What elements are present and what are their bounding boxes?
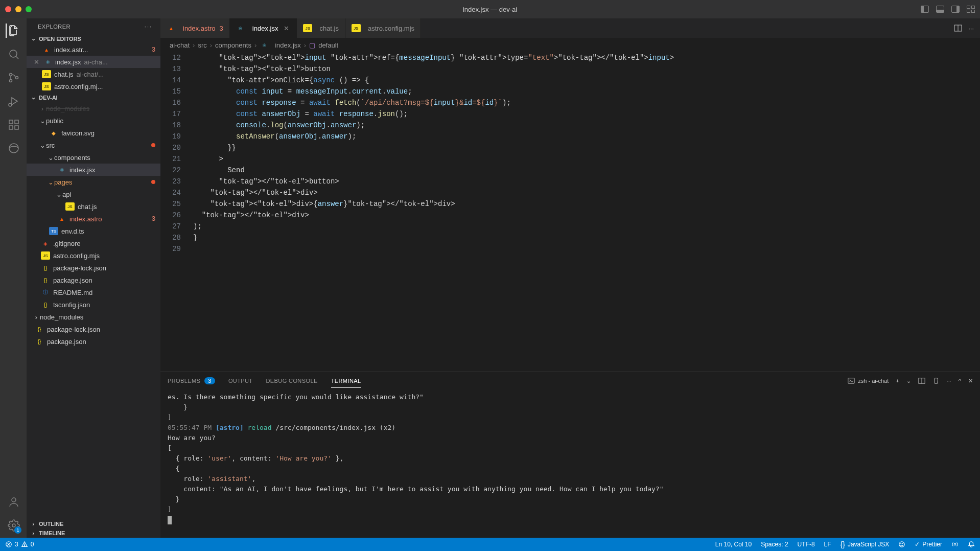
activity-bar: 1 [0,18,27,538]
open-editor-item[interactable]: ✕ ⚛ index.jsx ai-cha... [27,56,160,68]
tree-folder[interactable]: ⌄ pages [27,176,160,188]
json-icon: {} [41,264,50,272]
tree-file[interactable]: ⚛ index.jsx [27,164,160,176]
tree-file[interactable]: JS astro.config.mjs [27,249,160,262]
tree-file[interactable]: ◈ .gitignore [27,237,160,249]
tree-folder[interactable]: › node_modules [27,311,160,323]
tab-index-jsx[interactable]: ⚛ index.jsx ✕ [230,18,297,38]
search-icon[interactable] [6,47,20,61]
breadcrumbs[interactable]: ai-chat› src› components› ⚛ index.jsx› ▢… [160,38,980,52]
react-icon: ⚛ [236,24,245,32]
tree-file[interactable]: {} package.json [27,335,160,348]
timeline-header[interactable]: › TIMELINE [27,529,160,538]
code-editor[interactable]: 121314151617181920212223242526272829 "to… [160,52,980,371]
minimize-window[interactable] [15,6,21,12]
debug-console-tab[interactable]: DEBUG CONSOLE [266,378,318,384]
tree-file[interactable]: {} package.json [27,274,160,286]
settings-gear-icon[interactable]: 1 [6,518,20,533]
kill-terminal-icon[interactable] [932,377,940,384]
js-icon: JS [352,24,361,32]
status-lang[interactable]: {} JavaScript JSX [841,540,890,548]
new-terminal-icon[interactable]: + [896,378,899,384]
tree-folder[interactable]: ⌄ src [27,139,160,151]
output-tab[interactable]: OUTPUT [228,378,253,384]
explorer-icon[interactable] [6,24,20,38]
edge-tools-icon[interactable] [6,141,20,155]
editor-tabs: ▲ index.astro 3 ⚛ index.jsx ✕ JS chat.js… [160,18,980,38]
status-errors[interactable]: 3 0 [5,541,34,548]
svg-point-0 [10,50,17,57]
tree-file[interactable]: {} package-lock.json [27,323,160,335]
svg-point-23 [24,545,25,546]
chevron-down-icon: ⌄ [47,154,54,162]
tree-folder[interactable]: ⌄ public [27,114,160,127]
ts-icon: TS [49,227,58,235]
terminal-name[interactable]: zsh - ai-chat [848,377,889,384]
js-icon: JS [42,82,51,90]
tree-folder[interactable]: ⌄ components [27,151,160,164]
panel-tabs: PROBLEMS 3 OUTPUT DEBUG CONSOLE TERMINAL… [160,372,980,390]
editor-area: ▲ index.astro 3 ⚛ index.jsx ✕ JS chat.js… [160,18,980,538]
tree-file[interactable]: ▲ index.astro 3 [27,213,160,225]
close-window[interactable] [5,6,11,12]
project-header[interactable]: ⌄ DEV-AI [27,93,160,102]
open-editor-item[interactable]: JS chat.js ai-chat/... [27,68,160,80]
open-editor-item[interactable]: JS astro.config.mj... [27,80,160,93]
js-icon: JS [65,202,75,211]
terminal-dropdown-icon[interactable]: ⌄ [906,378,911,384]
tree-file[interactable]: ⓘ README.md [27,286,160,299]
terminal-tab[interactable]: TERMINAL [331,378,361,384]
toggle-panel-icon[interactable] [936,6,944,13]
problems-tab[interactable]: PROBLEMS 3 [168,377,215,384]
svg-point-26 [903,543,903,544]
customize-layout-icon[interactable] [967,6,975,13]
open-editor-item[interactable]: ▲ index.astr... 3 [27,43,160,56]
close-panel-icon[interactable]: ✕ [968,378,973,384]
git-icon: ◈ [41,239,50,247]
close-tab-icon[interactable]: ✕ [282,25,290,32]
tab-astro-config[interactable]: JS astro.config.mjs [345,18,421,38]
react-icon: ⚛ [43,58,52,66]
status-broadcast-icon[interactable] [951,541,959,548]
extensions-icon[interactable] [6,118,20,132]
status-indent[interactable]: Spaces: 2 [761,541,788,548]
js-icon: JS [42,70,51,78]
json-icon: {} [41,276,50,284]
tree-file[interactable]: ◆ favicon.svg [27,127,160,139]
maximize-window[interactable] [26,6,32,12]
more-terminal-icon[interactable]: ··· [947,378,951,384]
tab-index-astro[interactable]: ▲ index.astro 3 [160,18,230,38]
source-control-icon[interactable] [6,71,20,85]
status-encoding[interactable]: UTF-8 [798,541,815,548]
explorer-sidebar: EXPLORER ··· ⌄ OPEN EDITORS ▲ index.astr… [27,18,160,538]
status-cursor[interactable]: Ln 10, Col 10 [715,541,752,548]
tab-chat-js[interactable]: JS chat.js [297,18,345,38]
svg-point-6 [9,103,12,106]
tree-file[interactable]: {} package-lock.json [27,262,160,274]
status-eol[interactable]: LF [824,541,831,548]
svg-marker-5 [12,98,17,105]
maximize-panel-icon[interactable]: ^ [959,378,961,384]
close-icon[interactable]: ✕ [33,58,40,66]
more-actions-icon[interactable]: ··· [968,25,974,32]
split-editor-icon[interactable] [954,24,962,32]
toggle-secondary-sidebar-icon[interactable] [951,6,960,13]
sidebar-more-icon[interactable]: ··· [145,24,152,30]
run-debug-icon[interactable] [6,94,20,108]
outline-header[interactable]: › OUTLINE [27,519,160,529]
svg-point-2 [10,74,12,76]
open-editors-header[interactable]: ⌄ OPEN EDITORS [27,34,160,43]
tree-file[interactable]: {} tsconfig.json [27,299,160,311]
accounts-icon[interactable] [6,495,20,509]
tree-folder[interactable]: › node_modules [27,102,160,114]
status-bell-icon[interactable] [968,541,975,548]
symbol-icon: ▢ [309,41,315,49]
toggle-primary-sidebar-icon[interactable] [921,6,929,13]
status-prettier[interactable]: ✓Prettier [915,541,942,548]
tree-file[interactable]: JS chat.js [27,200,160,213]
terminal-output[interactable]: es. Is there something specific you woul… [160,390,980,538]
status-feedback-icon[interactable] [898,541,905,548]
tree-folder[interactable]: ⌄ api [27,188,160,200]
split-terminal-icon[interactable] [918,377,925,384]
tree-file[interactable]: TS env.d.ts [27,225,160,237]
